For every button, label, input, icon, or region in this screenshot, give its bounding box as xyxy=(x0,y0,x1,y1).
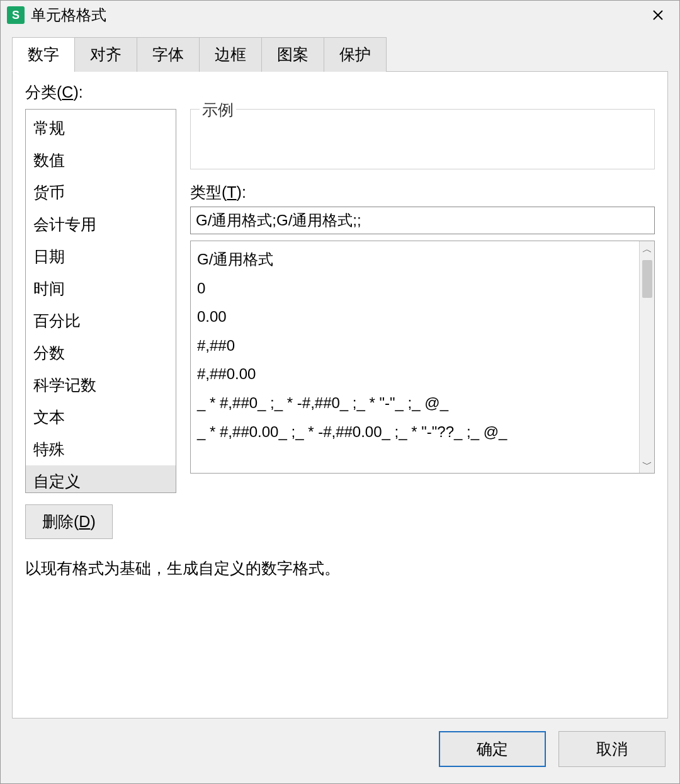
format-item[interactable]: G/通用格式 xyxy=(197,245,633,274)
type-input[interactable] xyxy=(190,207,655,234)
titlebar: S 单元格格式 xyxy=(1,1,679,30)
format-list[interactable]: G/通用格式 0 0.00 #,##0 #,##0.00 _ * #,##0_ … xyxy=(191,241,639,473)
format-list-scrollbar[interactable]: ︿ ﹀ xyxy=(639,241,654,473)
delete-row: 删除(D) xyxy=(25,504,655,539)
right-column: 示例 类型(T): G/通用格式 0 0.00 #,##0 #,##0.00 xyxy=(190,109,655,493)
cell-format-dialog: S 单元格格式 数字 对齐 字体 边框 图案 保护 分类(C): 常规 数值 货… xyxy=(0,0,680,784)
type-label: 类型(T): xyxy=(190,182,655,203)
category-label: 分类(C): xyxy=(25,82,655,103)
category-item-percentage[interactable]: 百分比 xyxy=(26,305,176,337)
window-title: 单元格格式 xyxy=(31,5,643,25)
tab-number[interactable]: 数字 xyxy=(12,37,75,72)
scroll-thumb[interactable] xyxy=(642,260,652,298)
ok-button[interactable]: 确定 xyxy=(439,731,546,767)
delete-button-suffix: ) xyxy=(90,513,95,530)
category-item-number[interactable]: 数值 xyxy=(26,144,176,176)
format-item[interactable]: #,##0 xyxy=(197,331,633,360)
type-label-hotkey: T xyxy=(227,183,236,201)
scroll-up-icon[interactable]: ︿ xyxy=(640,241,654,258)
scroll-track[interactable] xyxy=(642,258,652,457)
type-label-prefix: 类型( xyxy=(190,183,227,201)
close-icon xyxy=(652,9,664,21)
category-item-fraction[interactable]: 分数 xyxy=(26,337,176,369)
format-item[interactable]: 0 xyxy=(197,274,633,303)
scroll-down-icon[interactable]: ﹀ xyxy=(640,457,654,473)
format-item[interactable]: _ * #,##0_ ;_ * -#,##0_ ;_ * "-"_ ;_ @_ xyxy=(197,389,633,418)
category-item-text[interactable]: 文本 xyxy=(26,401,176,433)
category-item-time[interactable]: 时间 xyxy=(26,273,176,305)
tab-protection[interactable]: 保护 xyxy=(324,37,387,72)
format-item[interactable]: _ * #,##0.00_ ;_ * -#,##0.00_ ;_ * "-"??… xyxy=(197,418,633,446)
tab-border[interactable]: 边框 xyxy=(199,37,262,72)
tab-alignment[interactable]: 对齐 xyxy=(74,37,137,72)
delete-button[interactable]: 删除(D) xyxy=(25,504,113,539)
category-item-scientific[interactable]: 科学记数 xyxy=(26,369,176,401)
category-item-special[interactable]: 特殊 xyxy=(26,433,176,465)
dialog-footer: 确定 取消 xyxy=(1,719,679,783)
format-list-container: G/通用格式 0 0.00 #,##0 #,##0.00 _ * #,##0_ … xyxy=(190,241,655,474)
close-button[interactable] xyxy=(643,3,673,27)
hint-text: 以现有格式为基础，生成自定义的数字格式。 xyxy=(25,558,655,579)
category-label-prefix: 分类( xyxy=(25,83,62,101)
category-item-general[interactable]: 常规 xyxy=(26,112,176,144)
cancel-button[interactable]: 取消 xyxy=(558,731,666,767)
app-icon: S xyxy=(7,6,25,24)
tabpage-number: 分类(C): 常规 数值 货币 会计专用 日期 时间 百分比 分数 科学记数 文… xyxy=(12,71,668,719)
category-item-currency[interactable]: 货币 xyxy=(26,176,176,208)
category-list[interactable]: 常规 数值 货币 会计专用 日期 时间 百分比 分数 科学记数 文本 特殊 自定… xyxy=(25,109,176,493)
delete-button-prefix: 删除( xyxy=(42,513,79,530)
category-item-custom[interactable]: 自定义 xyxy=(26,465,176,493)
format-item[interactable]: 0.00 xyxy=(197,302,633,331)
category-item-date[interactable]: 日期 xyxy=(26,241,176,273)
body-row: 常规 数值 货币 会计专用 日期 时间 百分比 分数 科学记数 文本 特殊 自定… xyxy=(25,109,655,493)
tab-font[interactable]: 字体 xyxy=(137,37,200,72)
type-label-suffix: ): xyxy=(237,183,246,201)
delete-button-hotkey: D xyxy=(79,513,90,530)
category-label-suffix: ): xyxy=(73,83,82,101)
category-item-accounting[interactable]: 会计专用 xyxy=(26,208,176,241)
tab-bar: 数字 对齐 字体 边框 图案 保护 xyxy=(12,37,668,72)
tab-pattern[interactable]: 图案 xyxy=(261,37,324,72)
client-area: 数字 对齐 字体 边框 图案 保护 分类(C): 常规 数值 货币 会计专用 日… xyxy=(1,30,679,719)
example-box: 示例 xyxy=(190,109,655,169)
category-label-hotkey: C xyxy=(62,83,73,101)
format-item[interactable]: #,##0.00 xyxy=(197,360,633,389)
example-legend: 示例 xyxy=(200,99,236,120)
